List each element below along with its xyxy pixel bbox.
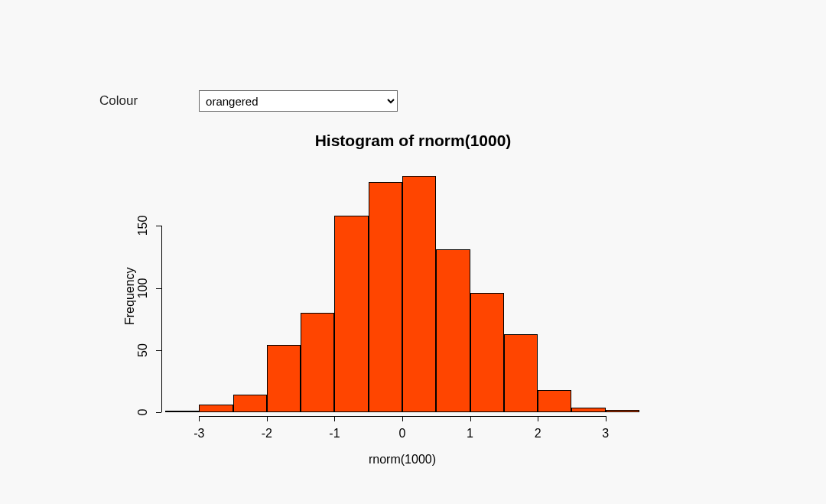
x-tick <box>606 416 606 421</box>
histogram-bar <box>538 390 571 412</box>
x-tick-label: -2 <box>262 427 272 441</box>
y-axis-label: Frequency <box>123 268 137 326</box>
chart-title: Histogram of rnorm(1000) <box>0 132 826 150</box>
y-tick-label: 150 <box>136 216 150 236</box>
histogram-bar <box>369 182 402 412</box>
y-tick-label: 0 <box>136 409 150 416</box>
colour-select[interactable]: orangered <box>199 90 398 112</box>
histogram-bar <box>233 395 267 412</box>
y-tick <box>156 288 161 289</box>
histogram-bar <box>436 249 470 412</box>
histogram-bar <box>334 216 368 412</box>
x-tick-label: 3 <box>602 427 609 441</box>
colour-label: Colour <box>99 93 138 109</box>
x-tick-label: 2 <box>535 427 541 441</box>
y-tick-label: 50 <box>136 343 150 357</box>
histogram-bar <box>199 405 233 412</box>
x-tick <box>470 416 471 421</box>
x-tick <box>402 416 403 421</box>
histogram-plot <box>165 164 639 412</box>
y-tick <box>156 412 161 413</box>
histogram-bar <box>470 293 504 412</box>
histogram-bar <box>402 176 436 412</box>
x-tick-label: 0 <box>399 427 406 441</box>
page-root: Colour orangered Histogram of rnorm(1000… <box>0 0 826 504</box>
x-tick-label: -3 <box>193 427 204 441</box>
x-tick <box>334 416 335 421</box>
y-tick <box>156 350 161 351</box>
y-tick-label: 100 <box>136 278 150 298</box>
histogram-bar <box>606 410 639 412</box>
y-axis-line <box>161 226 162 412</box>
x-axis-label: rnorm(1000) <box>288 453 517 467</box>
x-tick <box>538 416 538 421</box>
histogram-bar <box>267 345 301 412</box>
histogram-bar <box>571 408 605 413</box>
histogram-bar <box>165 411 199 412</box>
histogram-bar <box>504 334 538 412</box>
x-tick-label: 1 <box>467 427 473 441</box>
histogram-bar <box>301 313 334 412</box>
x-tick <box>199 416 200 421</box>
y-tick <box>156 226 161 226</box>
x-tick-label: -1 <box>329 427 340 441</box>
colour-control-row: Colour orangered <box>99 90 398 112</box>
x-tick <box>267 416 268 421</box>
